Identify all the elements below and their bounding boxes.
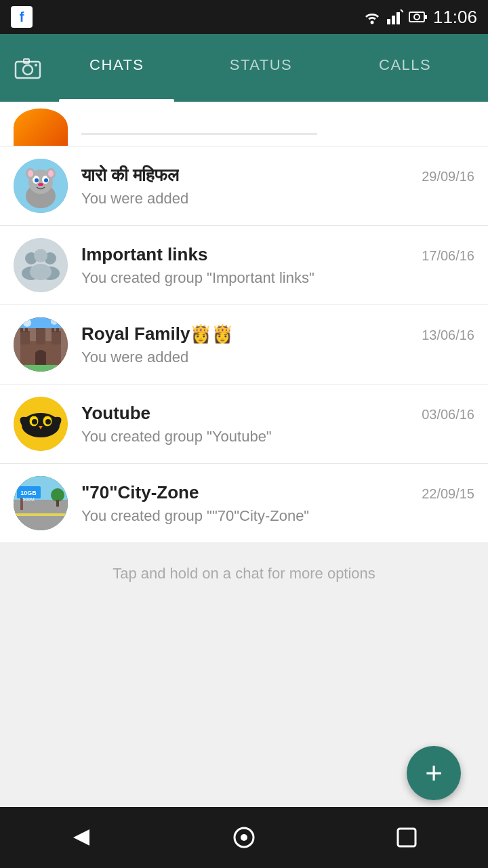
bottom-navigation — [0, 807, 488, 868]
svg-rect-36 — [20, 328, 23, 332]
svg-rect-6 — [425, 15, 427, 19]
svg-point-65 — [241, 834, 247, 841]
svg-point-52 — [45, 419, 51, 425]
svg-rect-35 — [52, 331, 61, 344]
svg-rect-34 — [36, 328, 45, 344]
chat-item-royal-family[interactable]: Royal Family👸👸 13/06/16 You were added — [0, 305, 488, 384]
svg-point-51 — [32, 419, 37, 425]
svg-rect-37 — [25, 328, 28, 332]
chat-name-royal-family: Royal Family👸👸 — [81, 323, 233, 344]
back-button[interactable] — [61, 817, 102, 858]
recent-button[interactable] — [386, 817, 427, 858]
svg-point-11 — [35, 64, 37, 66]
camera-button[interactable] — [11, 51, 45, 85]
chat-date-yaro: 29/09/16 — [422, 169, 474, 184]
svg-marker-63 — [73, 829, 89, 846]
home-button[interactable] — [224, 817, 264, 858]
svg-point-19 — [38, 183, 43, 186]
partial-chat-item[interactable] — [0, 102, 488, 146]
chat-info-yaro: यारो की महिफल 29/09/16 You were added — [81, 165, 474, 208]
avatar-city-zone: 10GB 500M — [14, 476, 68, 530]
chat-info-royal-family: Royal Family👸👸 13/06/16 You were added — [81, 323, 474, 366]
chat-preview-city-zone: You created group ""70"City-Zone" — [81, 507, 474, 525]
bottom-hint: Tap and hold on a chat for more options — [0, 543, 488, 604]
avatar-royal-family — [14, 317, 68, 372]
svg-rect-3 — [396, 12, 400, 24]
chat-name-yaro: यारो की महिफल — [81, 165, 179, 186]
chat-info-city-zone: "70"City-Zone 22/09/15 You created group… — [81, 482, 474, 525]
svg-rect-40 — [52, 328, 54, 332]
chat-date-youtube: 03/06/16 — [422, 407, 474, 422]
svg-rect-2 — [392, 16, 395, 24]
chat-preview-youtube: You created group "Youtube" — [81, 428, 474, 446]
svg-text:10GB: 10GB — [20, 490, 37, 496]
new-chat-fab[interactable]: + — [407, 746, 461, 800]
svg-rect-56 — [14, 513, 68, 516]
svg-point-29 — [34, 249, 47, 262]
chat-preview-important-links: You created group "Important links" — [81, 269, 474, 287]
facebook-icon: f — [11, 6, 33, 28]
svg-rect-46 — [14, 365, 68, 372]
chat-item-youtube[interactable]: Youtube 03/06/16 You created group "Yout… — [0, 384, 488, 464]
svg-rect-41 — [56, 328, 59, 332]
svg-point-23 — [48, 170, 54, 177]
top-navigation: CHATS STATUS CALLS — [0, 34, 488, 102]
signal-icon — [387, 9, 403, 24]
chat-name-city-zone: "70"City-Zone — [81, 482, 199, 503]
svg-point-18 — [44, 178, 48, 182]
svg-point-30 — [30, 264, 52, 280]
chat-preview-royal-family: You were added — [81, 349, 474, 366]
svg-point-0 — [370, 21, 373, 24]
chat-date-city-zone: 22/09/15 — [422, 486, 474, 502]
chat-date-important-links: 17/06/16 — [422, 248, 474, 264]
chat-item-important-links[interactable]: Important links 17/06/16 You created gro… — [0, 226, 488, 305]
chat-preview-yaro: You were added — [81, 190, 474, 208]
svg-rect-33 — [20, 331, 30, 344]
avatar-yaro — [14, 159, 68, 213]
chat-date-royal-family: 13/06/16 — [422, 328, 474, 343]
svg-rect-1 — [387, 19, 390, 24]
nav-tabs: CHATS STATUS CALLS — [45, 34, 477, 102]
svg-point-17 — [35, 178, 39, 182]
svg-rect-62 — [56, 500, 59, 507]
status-bar: f 11:06 — [0, 0, 488, 34]
svg-point-9 — [23, 65, 33, 75]
tab-calls[interactable]: CALLS — [333, 34, 477, 102]
svg-line-4 — [401, 9, 403, 12]
svg-point-44 — [23, 319, 31, 327]
svg-point-48 — [22, 413, 60, 437]
chat-item-yaro[interactable]: यारो की महिफल 29/09/16 You were added — [0, 146, 488, 226]
battery-icon — [409, 9, 428, 24]
chat-name-important-links: Important links — [81, 244, 207, 265]
avatar-important-links — [14, 238, 68, 292]
chat-name-youtube: Youtube — [81, 403, 150, 424]
svg-rect-66 — [398, 829, 415, 846]
wifi-icon — [363, 9, 382, 24]
svg-text:500M: 500M — [22, 497, 35, 502]
svg-point-45 — [51, 318, 58, 325]
clock: 11:06 — [433, 7, 477, 28]
chat-info-important-links: Important links 17/06/16 You created gro… — [81, 244, 474, 287]
chat-info-youtube: Youtube 03/06/16 You created group "Yout… — [81, 403, 474, 446]
svg-point-22 — [28, 170, 33, 177]
svg-rect-43 — [14, 317, 68, 328]
status-bar-right: 11:06 — [363, 7, 477, 28]
tab-chats[interactable]: CHATS — [45, 34, 189, 102]
partial-avatar — [14, 108, 68, 146]
svg-point-7 — [414, 14, 420, 20]
chat-list: यारो की महिफल 29/09/16 You were added — [0, 146, 488, 604]
status-bar-left: f — [11, 6, 33, 28]
chat-item-city-zone[interactable]: 10GB 500M "70"City-Zone 22/09/15 You cre… — [0, 464, 488, 543]
tab-status[interactable]: STATUS — [189, 34, 333, 102]
avatar-youtube — [14, 397, 68, 451]
